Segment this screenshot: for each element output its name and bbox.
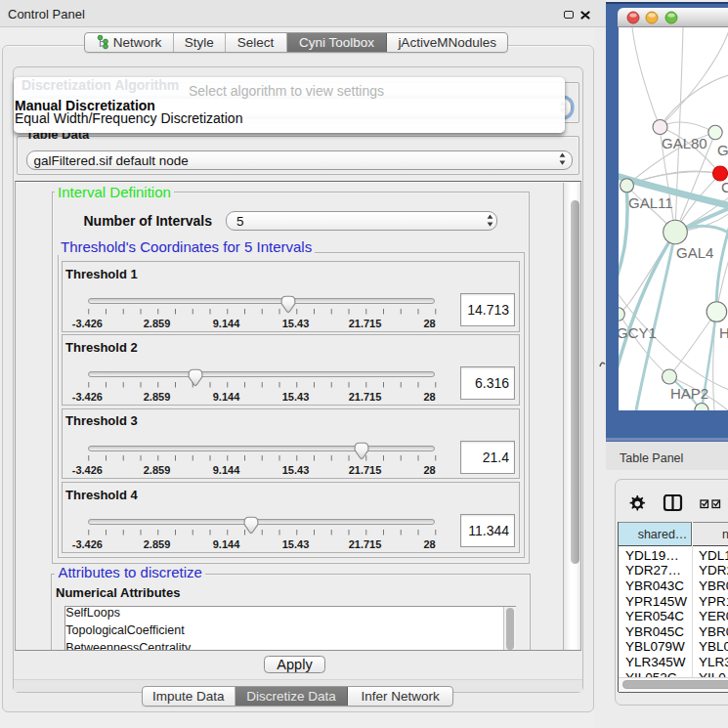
svg-text:GAL80: GAL80 bbox=[662, 135, 707, 151]
svg-text:HAP2: HAP2 bbox=[670, 385, 708, 402]
svg-text:GAL4: GAL4 bbox=[676, 244, 713, 261]
svg-text:H: H bbox=[719, 324, 728, 341]
svg-text:GCY1: GCY1 bbox=[619, 324, 657, 341]
svg-text:C: C bbox=[721, 179, 728, 195]
svg-text:GAL11: GAL11 bbox=[628, 193, 673, 210]
svg-text:GA: GA bbox=[717, 141, 728, 157]
